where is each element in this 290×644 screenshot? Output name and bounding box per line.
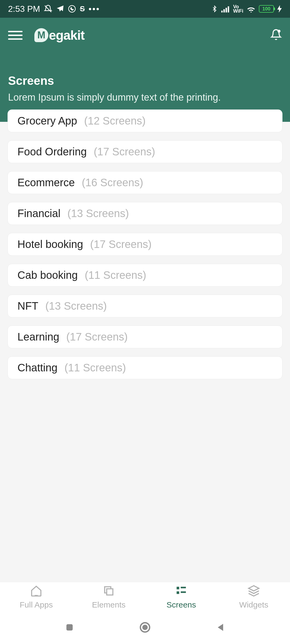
notifications-button[interactable] xyxy=(270,29,282,42)
svg-point-1 xyxy=(69,6,75,12)
list-icon xyxy=(175,585,187,598)
header-top: M egakit xyxy=(8,26,282,45)
card-meta: (12 Screens) xyxy=(84,115,146,127)
s-icon: S xyxy=(80,5,85,13)
card-title: Learning xyxy=(17,331,59,343)
nav-elements[interactable]: Elements xyxy=(73,582,145,612)
copy-icon xyxy=(103,585,115,598)
layers-icon xyxy=(248,585,260,598)
svg-rect-3 xyxy=(223,9,225,12)
charging-icon xyxy=(277,5,282,13)
card-meta: (13 Screens) xyxy=(67,207,129,219)
wifi-icon xyxy=(247,5,256,13)
battery-indicator: 100 xyxy=(259,5,274,13)
telegram-icon xyxy=(56,5,64,13)
status-right: Vo WiFi 100 xyxy=(211,5,282,13)
whatsapp-icon xyxy=(68,5,76,13)
svg-rect-5 xyxy=(228,6,229,13)
signal-icon xyxy=(221,5,230,13)
app-header: M egakit Screens Lorem Ipsum is simply d… xyxy=(0,18,290,122)
vowifi-bottom: WiFi xyxy=(233,9,243,13)
status-bar: 2:53 PM S ••• Vo WiFi 100 xyxy=(0,0,290,18)
svg-rect-13 xyxy=(66,624,73,630)
card-meta: (11 Screens) xyxy=(85,269,146,281)
home-icon xyxy=(30,585,42,598)
page-title: Screens xyxy=(8,74,282,87)
svg-rect-12 xyxy=(181,591,186,593)
screens-list: Grocery App (12 Screens) Food Ordering (… xyxy=(0,109,290,387)
svg-rect-2 xyxy=(221,11,223,13)
card-meta: (17 Screens) xyxy=(94,146,155,158)
battery-level: 100 xyxy=(262,6,270,12)
nav-widgets[interactable]: Widgets xyxy=(218,582,290,612)
page-meta: Screens Lorem Ipsum is simply dummy text… xyxy=(8,74,282,103)
status-time: 2:53 PM xyxy=(8,4,40,14)
nav-label: Elements xyxy=(92,600,125,609)
card-meta: (16 Screens) xyxy=(82,177,143,189)
svg-rect-9 xyxy=(177,587,179,590)
list-item[interactable]: Chatting (11 Screens) xyxy=(8,356,282,379)
vowifi-indicator: Vo WiFi xyxy=(233,5,243,13)
bluetooth-icon xyxy=(211,5,218,13)
recents-button[interactable] xyxy=(64,622,75,634)
list-item[interactable]: Cab booking (11 Screens) xyxy=(8,264,282,287)
card-title: Cab booking xyxy=(17,269,78,281)
nav-label: Widgets xyxy=(239,600,268,609)
card-meta: (13 Screens) xyxy=(45,300,107,312)
list-item[interactable]: Ecommerce (16 Screens) xyxy=(8,171,282,194)
nav-full-apps[interactable]: Full Apps xyxy=(0,582,73,612)
list-item[interactable]: Financial (13 Screens) xyxy=(8,202,282,225)
page-subtitle: Lorem Ipsum is simply dummy text of the … xyxy=(8,92,282,103)
bottom-nav: Full Apps Elements Screens Widgets xyxy=(0,582,290,612)
card-title: Financial xyxy=(17,207,60,219)
more-icon: ••• xyxy=(89,4,100,14)
mute-icon xyxy=(44,5,52,13)
svg-point-15 xyxy=(143,625,147,629)
home-button[interactable] xyxy=(139,621,151,635)
list-item[interactable]: Learning (17 Screens) xyxy=(8,325,282,348)
list-item[interactable]: NFT (13 Screens) xyxy=(8,295,282,317)
nav-label: Full Apps xyxy=(20,600,53,609)
card-meta: (17 Screens) xyxy=(90,238,152,250)
logo-text: egakit xyxy=(49,28,85,43)
card-title: Chatting xyxy=(17,362,57,374)
card-title: NFT xyxy=(17,300,38,312)
card-title: Hotel booking xyxy=(17,238,83,250)
svg-rect-11 xyxy=(177,591,179,594)
system-nav xyxy=(0,612,290,644)
list-item[interactable]: Food Ordering (17 Screens) xyxy=(8,140,282,163)
svg-rect-10 xyxy=(181,587,186,588)
back-button[interactable] xyxy=(215,622,226,634)
list-item[interactable]: Hotel booking (17 Screens) xyxy=(8,233,282,256)
svg-rect-4 xyxy=(226,8,227,12)
nav-screens[interactable]: Screens xyxy=(145,582,218,612)
status-left: 2:53 PM S ••• xyxy=(8,4,100,14)
menu-button[interactable] xyxy=(8,31,23,40)
card-title: Ecommerce xyxy=(17,177,75,189)
app-logo[interactable]: M egakit xyxy=(34,28,85,43)
card-meta: (11 Screens) xyxy=(64,362,126,374)
svg-point-6 xyxy=(278,30,280,32)
nav-label: Screens xyxy=(166,600,196,609)
card-title: Grocery App xyxy=(17,115,77,127)
list-item[interactable]: Grocery App (12 Screens) xyxy=(8,109,282,132)
card-meta: (17 Screens) xyxy=(66,331,128,343)
logo-mark: M xyxy=(34,28,48,42)
svg-rect-8 xyxy=(107,589,113,595)
card-title: Food Ordering xyxy=(17,146,87,158)
